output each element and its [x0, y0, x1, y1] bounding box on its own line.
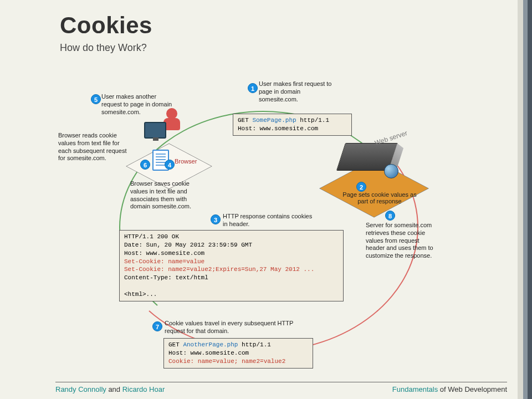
step-badge-3: 3 — [211, 214, 221, 224]
http-request-2: GET AnotherPage.php http/1.1 Host: www.s… — [163, 338, 313, 369]
http-request-1: GET SomePage.php http/1.1 Host: www.some… — [233, 114, 352, 136]
step-badge-8: 8 — [385, 211, 395, 221]
page-title: Cookies — [0, 0, 532, 39]
http-response: HTTP/1.1 200 OK Date: Sun, 20 May 2012 2… — [119, 230, 344, 301]
step-1-text: User makes first request to page in doma… — [259, 80, 336, 103]
book-title-link[interactable]: Fundamentals — [392, 385, 438, 393]
step-7-text: Cookie values travel in every subsequent… — [165, 320, 309, 335]
step-badge-4: 4 — [165, 160, 175, 170]
page-subtitle: How do they Work? — [0, 39, 532, 54]
step-6-text: Browser reads cookie values from text fi… — [58, 132, 130, 162]
author-2-link[interactable]: Ricardo Hoar — [122, 385, 165, 393]
cookies-diagram: Browser Web server Page sets cookie valu… — [58, 78, 485, 371]
globe-icon — [384, 164, 398, 178]
step-badge-2: 2 — [356, 182, 366, 192]
side-accent-bars — [518, 0, 532, 399]
browser-label: Browser — [175, 158, 197, 165]
step-5-text: User makes another request to page in do… — [101, 93, 173, 116]
footer-rule — [55, 382, 507, 382]
monitor-icon — [144, 122, 166, 139]
step-4-text: Browser saves cookie values in text file… — [130, 180, 208, 211]
step-3-text: HTTP response contains cookies in header… — [223, 213, 317, 228]
server-caption: Page sets cookie values as part of respo… — [338, 191, 421, 204]
step-badge-6: 6 — [140, 160, 150, 170]
step-8-text: Server for somesite.com retrieves these … — [366, 222, 438, 260]
footer-authors: Randy Connolly and Ricardo Hoar — [55, 385, 165, 393]
step-badge-5: 5 — [91, 94, 101, 104]
footer-book: Fundamentals of Web Development — [392, 385, 507, 393]
author-1-link[interactable]: Randy Connolly — [55, 385, 106, 393]
step-badge-7: 7 — [152, 321, 162, 331]
step-badge-1: 1 — [248, 83, 258, 93]
